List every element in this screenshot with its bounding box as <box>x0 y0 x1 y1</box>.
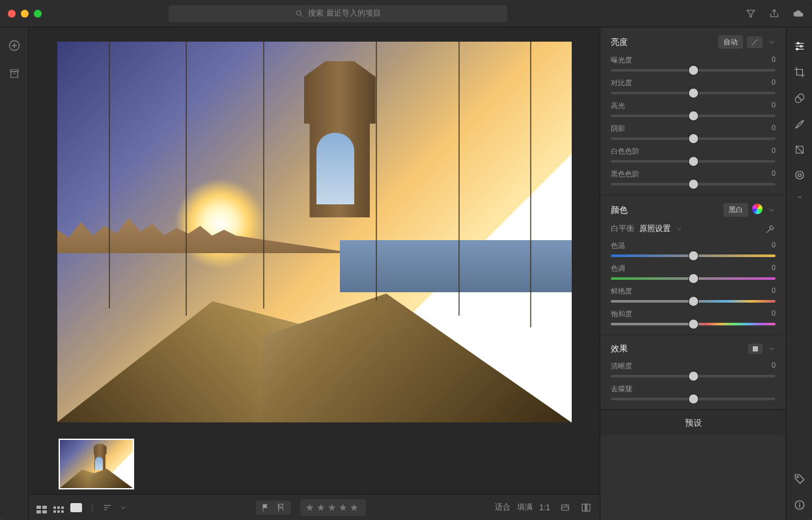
slider-knob[interactable] <box>689 89 698 98</box>
auto-button[interactable]: 自动 <box>718 35 743 49</box>
right-side: 亮度 自动 曝光度0对比度0高光0阴影0白色色阶0黑色色阶0 颜色 <box>600 27 812 520</box>
view-single-button[interactable] <box>70 503 82 512</box>
rating-stars[interactable]: ★★★★★ <box>300 499 366 516</box>
slider-track[interactable] <box>611 115 776 117</box>
info-icon[interactable] <box>794 499 805 511</box>
edit-sliders-icon[interactable] <box>794 40 805 52</box>
chevron-down-icon[interactable] <box>119 504 127 512</box>
view-photogrid-button[interactable] <box>36 502 47 513</box>
slider-去朦胧[interactable]: 去朦胧 <box>611 384 776 400</box>
slider-label: 白色色阶 <box>611 146 639 156</box>
slider-高光[interactable]: 高光0 <box>611 101 776 117</box>
crop-icon[interactable] <box>794 66 805 78</box>
slider-色调[interactable]: 色调0 <box>611 264 776 280</box>
effects-toggle[interactable] <box>748 344 763 354</box>
tone-curve-button[interactable] <box>747 36 763 48</box>
slider-knob[interactable] <box>689 372 698 381</box>
healing-icon[interactable] <box>794 92 805 104</box>
zoom-fill-button[interactable]: 填满 <box>517 502 533 513</box>
flag-pick-icon[interactable] <box>261 503 270 512</box>
slider-track[interactable] <box>611 137 776 140</box>
slider-knob[interactable] <box>689 134 698 143</box>
slider-track[interactable] <box>611 254 776 257</box>
zoom-1to1-button[interactable]: 1:1 <box>539 503 550 512</box>
slider-knob[interactable] <box>689 297 698 306</box>
share-icon[interactable] <box>769 8 779 19</box>
app-window: 搜索 最近导入的项目 <box>0 0 812 520</box>
svg-point-34 <box>796 476 798 478</box>
titlebar: 搜索 最近导入的项目 <box>0 0 812 27</box>
chevron-down-icon[interactable] <box>768 38 776 46</box>
slider-track[interactable] <box>611 323 776 325</box>
view-squaregrid-button[interactable] <box>53 502 64 513</box>
slider-knob[interactable] <box>689 180 698 189</box>
flag-group[interactable] <box>256 500 291 515</box>
slider-对比度[interactable]: 对比度0 <box>611 78 776 94</box>
histogram-icon[interactable] <box>559 503 571 512</box>
slider-knob[interactable] <box>689 320 698 329</box>
flag-reject-icon[interactable] <box>277 503 286 512</box>
eyedropper-icon[interactable] <box>765 224 776 234</box>
cloud-icon[interactable] <box>792 8 804 20</box>
zoom-fit-button[interactable]: 适合 <box>495 502 511 513</box>
maximize-button[interactable] <box>34 10 42 18</box>
slider-label: 曝光度 <box>611 55 632 65</box>
compare-icon[interactable] <box>580 502 592 513</box>
slider-knob[interactable] <box>689 251 698 260</box>
filter-icon[interactable] <box>746 8 756 19</box>
archive-icon[interactable] <box>8 68 20 79</box>
effects-section: 效果 清晰度0去朦胧 <box>600 335 786 409</box>
filmstrip[interactable] <box>29 434 600 494</box>
chevron-down-icon[interactable] <box>768 206 776 214</box>
slider-track[interactable] <box>611 375 776 377</box>
slider-阴影[interactable]: 阴影0 <box>611 124 776 140</box>
centre-area: | ★★★★★ 适合 填满 1:1 <box>29 27 600 520</box>
slider-track[interactable] <box>611 92 776 94</box>
slider-track[interactable] <box>611 69 776 72</box>
svg-point-33 <box>800 197 801 198</box>
slider-白色色阶[interactable]: 白色色阶0 <box>611 146 776 163</box>
search-input[interactable]: 搜索 最近导入的项目 <box>169 5 507 22</box>
svg-point-32 <box>799 197 800 198</box>
slider-knob[interactable] <box>689 157 698 166</box>
slider-label: 阴影 <box>611 124 625 133</box>
bw-button[interactable]: 黑白 <box>723 203 748 217</box>
linear-gradient-icon[interactable] <box>794 144 805 155</box>
slider-饱和度[interactable]: 饱和度0 <box>611 309 776 325</box>
chevron-down-icon[interactable] <box>768 345 776 353</box>
slider-鲜艳度[interactable]: 鲜艳度0 <box>611 286 776 303</box>
svg-line-26 <box>798 97 801 100</box>
slider-track[interactable] <box>611 277 776 280</box>
slider-清晰度[interactable]: 清晰度0 <box>611 361 776 377</box>
tag-icon[interactable] <box>794 473 805 485</box>
more-icon[interactable] <box>794 195 805 199</box>
wb-label: 白平衡 <box>611 223 634 234</box>
slider-曝光度[interactable]: 曝光度0 <box>611 55 776 72</box>
slider-knob[interactable] <box>689 274 698 283</box>
canvas[interactable] <box>29 27 600 434</box>
add-button[interactable] <box>8 39 21 52</box>
slider-track[interactable] <box>611 183 776 185</box>
minimize-button[interactable] <box>21 10 29 18</box>
slider-色温[interactable]: 色温0 <box>611 241 776 257</box>
sort-icon[interactable] <box>102 503 113 512</box>
wb-value[interactable]: 原照设置 <box>639 223 671 234</box>
close-button[interactable] <box>8 10 16 18</box>
photo <box>57 42 572 422</box>
slider-knob[interactable] <box>689 66 698 75</box>
search-placeholder: 搜索 最近导入的项目 <box>308 8 380 19</box>
chevron-down-icon[interactable] <box>676 226 682 232</box>
slider-track[interactable] <box>611 160 776 163</box>
presets-button[interactable]: 预设 <box>600 409 786 435</box>
slider-value: 0 <box>772 361 776 371</box>
slider-track[interactable] <box>611 398 776 400</box>
color-mixer-button[interactable] <box>752 204 763 216</box>
bottom-toolbar: | ★★★★★ 适合 填满 1:1 <box>29 494 600 520</box>
slider-黑色色阶[interactable]: 黑色色阶0 <box>611 169 776 185</box>
thumbnail[interactable] <box>59 439 134 489</box>
radial-gradient-icon[interactable] <box>794 169 805 181</box>
slider-track[interactable] <box>611 300 776 303</box>
slider-knob[interactable] <box>689 111 698 120</box>
slider-knob[interactable] <box>689 394 698 404</box>
brush-icon[interactable] <box>794 118 805 130</box>
